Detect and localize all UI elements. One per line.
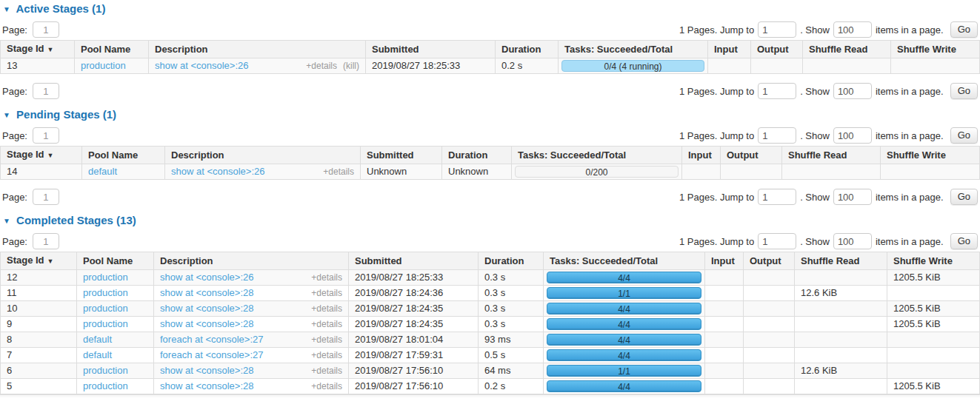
- column-header-pool-name[interactable]: Pool Name: [75, 41, 149, 58]
- stages-section: ▼ Completed Stages (13) Page: 1 Pages. J…: [0, 214, 980, 394]
- column-header-description[interactable]: Description: [149, 41, 366, 58]
- column-header-shuffle-read[interactable]: Shuffle Read: [782, 147, 881, 164]
- column-header-tasks-succeeded-total[interactable]: Tasks: Succeeded/Total: [512, 147, 682, 164]
- details-toggle[interactable]: +details: [311, 349, 342, 361]
- stage-description-link[interactable]: show at <console>:28: [160, 380, 253, 392]
- page-number-input[interactable]: [33, 127, 59, 144]
- column-header-shuffle-read[interactable]: Shuffle Read: [803, 41, 891, 58]
- pool-link[interactable]: production: [83, 380, 128, 391]
- page-selector: Page:: [2, 83, 59, 99]
- jump-controls: 1 Pages. Jump to . Show items in a page.…: [679, 83, 978, 99]
- jump-to-page-input[interactable]: [758, 83, 796, 99]
- stage-description-link[interactable]: show at <console>:26: [155, 60, 248, 72]
- details-toggle[interactable]: +details: [311, 318, 342, 330]
- section-header[interactable]: ▼ Active Stages (1): [3, 2, 980, 16]
- items-per-page-input[interactable]: [833, 233, 872, 249]
- pool-link[interactable]: default: [83, 349, 112, 360]
- items-per-page-input[interactable]: [833, 189, 872, 205]
- pool-link[interactable]: default: [88, 166, 117, 177]
- column-header-submitted[interactable]: Submitted: [349, 252, 479, 270]
- go-button[interactable]: Go: [950, 21, 978, 38]
- go-button[interactable]: Go: [950, 189, 978, 205]
- column-header-pool-name[interactable]: Pool Name: [82, 147, 165, 164]
- details-toggle[interactable]: +details: [306, 60, 337, 72]
- stage-description-link[interactable]: show at <console>:26: [171, 166, 264, 178]
- pool-link[interactable]: production: [81, 60, 126, 71]
- stage-description-link[interactable]: show at <console>:28: [160, 365, 253, 377]
- jump-to-page-input[interactable]: [758, 127, 796, 144]
- cell-description: show at <console>:26+details(kill): [149, 58, 366, 74]
- task-progress-label: 4/4: [547, 319, 701, 331]
- page-number-input[interactable]: [33, 83, 59, 99]
- column-header-input[interactable]: Input: [705, 252, 744, 270]
- go-button[interactable]: Go: [950, 83, 978, 99]
- details-toggle[interactable]: +details: [311, 287, 342, 299]
- pool-link[interactable]: production: [83, 365, 128, 376]
- pool-link[interactable]: default: [83, 334, 112, 345]
- cell-duration: 93 ms: [479, 332, 544, 348]
- task-progress-bar: 4/4: [547, 334, 701, 346]
- items-per-page-input[interactable]: [833, 21, 872, 38]
- details-toggle[interactable]: +details: [311, 380, 342, 392]
- column-label: Submitted: [367, 149, 414, 161]
- stage-description-link[interactable]: foreach at <console>:27: [160, 334, 264, 346]
- section-header[interactable]: ▼ Pending Stages (1): [3, 108, 980, 121]
- details-toggle[interactable]: +details: [311, 303, 342, 314]
- cell-submitted: Unknown: [361, 164, 442, 180]
- details-toggle[interactable]: +details: [311, 272, 342, 283]
- pool-link[interactable]: production: [83, 287, 128, 298]
- column-header-input[interactable]: Input: [682, 147, 721, 164]
- pool-link[interactable]: production: [83, 318, 128, 329]
- section-header[interactable]: ▼ Completed Stages (13): [3, 214, 980, 227]
- column-header-duration[interactable]: Duration: [496, 41, 559, 58]
- stage-description-link[interactable]: show at <console>:28: [160, 318, 253, 330]
- column-header-shuffle-read[interactable]: Shuffle Read: [795, 252, 887, 270]
- items-per-page-input[interactable]: [833, 127, 872, 144]
- stage-description-link[interactable]: show at <console>:28: [160, 287, 253, 299]
- column-header-stage-id[interactable]: Stage Id▼: [1, 252, 77, 270]
- column-header-submitted[interactable]: Submitted: [366, 41, 496, 58]
- column-header-output[interactable]: Output: [744, 252, 795, 270]
- items-per-page-input[interactable]: [833, 83, 872, 99]
- go-button[interactable]: Go: [950, 233, 978, 249]
- column-header-shuffle-write[interactable]: Shuffle Write: [891, 41, 980, 58]
- pool-link[interactable]: production: [83, 272, 128, 283]
- column-header-input[interactable]: Input: [708, 41, 751, 58]
- go-button[interactable]: Go: [950, 127, 978, 144]
- details-toggle[interactable]: +details: [311, 365, 342, 377]
- details-toggle[interactable]: +details: [311, 334, 342, 346]
- pool-link[interactable]: production: [83, 303, 128, 314]
- column-header-stage-id[interactable]: Stage Id▼: [1, 41, 75, 58]
- column-header-shuffle-write[interactable]: Shuffle Write: [881, 147, 980, 164]
- column-header-output[interactable]: Output: [721, 147, 782, 164]
- column-header-duration[interactable]: Duration: [442, 147, 512, 164]
- stage-description-link[interactable]: foreach at <console>:27: [160, 349, 264, 361]
- pagination-bar: Page: 1 Pages. Jump to . Show items in a…: [2, 21, 978, 38]
- column-header-description[interactable]: Description: [154, 252, 349, 270]
- jump-to-page-input[interactable]: [758, 21, 796, 38]
- kill-link[interactable]: (kill): [343, 60, 359, 72]
- stage-description-link[interactable]: show at <console>:28: [160, 303, 253, 314]
- cell-output: [744, 301, 795, 317]
- cell-pool: default: [77, 332, 154, 348]
- column-header-pool-name[interactable]: Pool Name: [77, 252, 154, 270]
- page-number-input[interactable]: [33, 233, 59, 249]
- column-header-stage-id[interactable]: Stage Id▼: [1, 147, 82, 164]
- column-header-tasks-succeeded-total[interactable]: Tasks: Succeeded/Total: [544, 252, 705, 270]
- column-header-submitted[interactable]: Submitted: [361, 147, 442, 164]
- jump-controls: 1 Pages. Jump to . Show items in a page.…: [679, 127, 978, 144]
- stage-description-link[interactable]: show at <console>:26: [160, 272, 253, 283]
- cell-description: foreach at <console>:27+details: [154, 332, 349, 348]
- page-number-input[interactable]: [33, 189, 59, 205]
- details-toggle[interactable]: +details: [323, 166, 354, 178]
- jump-to-page-input[interactable]: [758, 233, 796, 249]
- column-header-duration[interactable]: Duration: [479, 252, 544, 270]
- page-number-input[interactable]: [33, 21, 59, 38]
- column-header-tasks-succeeded-total[interactable]: Tasks: Succeeded/Total: [559, 41, 708, 58]
- column-header-output[interactable]: Output: [751, 41, 803, 58]
- pages-count-text: 1 Pages. Jump to: [679, 130, 754, 141]
- column-header-description[interactable]: Description: [165, 147, 361, 164]
- cell-shuffle-read: [795, 317, 887, 332]
- jump-to-page-input[interactable]: [758, 189, 796, 205]
- column-header-shuffle-write[interactable]: Shuffle Write: [887, 252, 980, 270]
